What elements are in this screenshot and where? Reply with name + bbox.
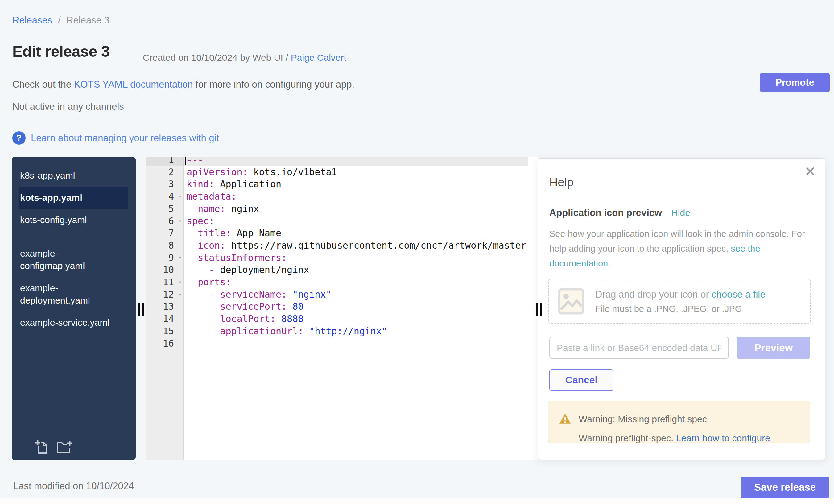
created-author-link[interactable]: Paige Calvert bbox=[291, 52, 346, 63]
docs-hint-suffix: for more info on configuring your app. bbox=[193, 79, 354, 90]
file-label: example-deployment.yaml bbox=[20, 282, 119, 307]
bottom-strip bbox=[0, 498, 834, 504]
page-title: Edit release 3 bbox=[12, 43, 109, 61]
preview-button[interactable]: Preview bbox=[737, 336, 810, 359]
file-tree-divider bbox=[19, 237, 128, 237]
save-release-button[interactable]: Save release bbox=[741, 477, 829, 498]
close-icon[interactable]: ✕ bbox=[805, 165, 816, 178]
code-line-13[interactable]: servicePort: 80 bbox=[183, 301, 304, 313]
fold-arrow-icon[interactable]: ▾ bbox=[178, 194, 182, 199]
code-line-16[interactable] bbox=[183, 337, 186, 350]
created-text: Created on 10/10/2024 by Web UI / bbox=[143, 52, 288, 63]
file-type-rule: File must be a .PNG, .JPEG, or .JPG bbox=[595, 304, 765, 314]
gutter-line-6: 6▾ bbox=[146, 215, 183, 227]
gutter-line-4: 4▾ bbox=[146, 190, 183, 203]
image-placeholder-icon bbox=[558, 288, 584, 314]
fold-arrow-icon[interactable]: ▾ bbox=[178, 292, 182, 297]
sidebar-actions bbox=[35, 440, 73, 454]
code-line-12[interactable]: - serviceName: "nginx" bbox=[183, 288, 332, 301]
docs-hint-prefix: Check out the bbox=[12, 79, 74, 90]
created-line: Created on 10/10/2024 by Web UI / Paige … bbox=[143, 52, 346, 63]
gutter-line-14: 14 bbox=[146, 313, 183, 325]
icon-dropzone[interactable]: Drag and drop your icon or choose a file… bbox=[548, 279, 811, 324]
promote-button[interactable]: Promote bbox=[760, 73, 830, 92]
last-modified-text: Last modified on 10/10/2024 bbox=[13, 481, 134, 492]
icon-preview-title: Application icon preview bbox=[549, 207, 662, 218]
icon-preview-section-header: Application icon preview Hide bbox=[549, 207, 690, 218]
gutter-line-8: 8 bbox=[146, 239, 183, 252]
code-line-10[interactable]: - deployment/nginx bbox=[183, 264, 309, 276]
hide-link[interactable]: Hide bbox=[671, 207, 690, 218]
editor-gutter: 1234▾56▾789▾1011▾12▾13141516 bbox=[146, 157, 183, 460]
fold-arrow-icon[interactable]: ▾ bbox=[178, 280, 182, 285]
file-label: example-service.yaml bbox=[20, 316, 109, 329]
preflight-warning-box: Warning: Missing preflight spec Warning … bbox=[548, 401, 810, 443]
docs-hint-line: Check out the KOTS YAML documentation fo… bbox=[12, 79, 354, 90]
choose-file-link[interactable]: choose a file bbox=[711, 289, 765, 300]
file-label: kots-app.yaml bbox=[20, 192, 82, 204]
cancel-button[interactable]: Cancel bbox=[549, 369, 613, 391]
file-tree-item-k8s-app.yaml[interactable]: k8s-app.yaml bbox=[19, 165, 128, 187]
file-tree-item-kots-app.yaml[interactable]: kots-app.yaml bbox=[19, 187, 128, 209]
help-panel-title: Help bbox=[549, 176, 573, 189]
code-line-6[interactable]: spec: bbox=[183, 215, 214, 227]
file-tree-item-example-deployment.yaml[interactable]: example-deployment.yaml bbox=[19, 277, 128, 311]
code-line-15[interactable]: applicationUrl: "http://nginx" bbox=[183, 325, 387, 337]
fold-arrow-icon[interactable]: ▾ bbox=[178, 218, 182, 224]
gutter-line-1: 1 bbox=[146, 157, 183, 166]
gutter-line-3: 3 bbox=[146, 178, 183, 190]
code-line-14[interactable]: localPort: 8888 bbox=[183, 313, 304, 325]
gutter-line-5: 5 bbox=[146, 203, 183, 215]
dropzone-text: Drag and drop your icon or choose a file… bbox=[595, 289, 765, 314]
gutter-line-7: 7 bbox=[146, 227, 183, 239]
learn-configure-link[interactable]: Learn how to configure bbox=[676, 433, 770, 443]
warning-triangle-icon bbox=[559, 413, 571, 424]
channel-status: Not active in any channels bbox=[12, 101, 124, 112]
code-line-2[interactable]: apiVersion: kots.io/v1beta1 bbox=[183, 166, 337, 178]
git-help-link[interactable]: Learn about managing your releases with … bbox=[31, 133, 219, 144]
gutter-line-10: 10 bbox=[146, 264, 183, 276]
code-line-8[interactable]: icon: https://raw.githubusercontent.com/… bbox=[183, 239, 526, 252]
text-cursor bbox=[185, 157, 186, 165]
gutter-line-2: 2 bbox=[146, 166, 183, 178]
gutter-line-13: 13 bbox=[146, 301, 183, 313]
code-line-3[interactable]: kind: Application bbox=[183, 178, 281, 190]
file-label: k8s-app.yaml bbox=[20, 169, 75, 182]
icon-url-input[interactable] bbox=[549, 336, 729, 359]
help-panel: ✕ Help Application icon preview Hide See… bbox=[537, 158, 825, 460]
code-line-9[interactable]: statusInformers: bbox=[183, 252, 287, 264]
add-folder-icon[interactable] bbox=[57, 440, 73, 454]
gutter-line-11: 11▾ bbox=[146, 276, 183, 288]
git-help-row[interactable]: ? Learn about managing your releases wit… bbox=[12, 131, 219, 145]
gutter-line-12: 12▾ bbox=[146, 288, 183, 301]
file-label: example-configmap.yaml bbox=[20, 247, 119, 272]
help-panel-resize-handle[interactable] bbox=[536, 303, 542, 316]
file-tree-item-example-service.yaml[interactable]: example-service.yaml bbox=[19, 311, 128, 334]
fold-arrow-icon[interactable]: ▾ bbox=[178, 255, 182, 261]
editor-code-area[interactable]: ---apiVersion: kots.io/v1beta1kind: Appl… bbox=[183, 157, 538, 460]
file-label: kots-config.yaml bbox=[20, 214, 87, 226]
code-line-11[interactable]: ports: bbox=[183, 276, 231, 288]
breadcrumb: Releases / Release 3 bbox=[12, 15, 109, 26]
sidebar-resize-handle[interactable] bbox=[138, 303, 144, 316]
file-tree-sidebar: k8s-app.yamlkots-app.yamlkots-config.yam… bbox=[12, 157, 136, 460]
file-tree-item-example-configmap.yaml[interactable]: example-configmap.yaml bbox=[19, 242, 128, 277]
gutter-line-9: 9▾ bbox=[146, 252, 183, 264]
breadcrumb-releases-link[interactable]: Releases bbox=[12, 15, 52, 26]
gutter-line-15: 15 bbox=[146, 325, 183, 337]
sidebar-divider bbox=[19, 436, 128, 436]
kots-yaml-docs-link[interactable]: KOTS YAML documentation bbox=[74, 79, 193, 90]
code-line-4[interactable]: metadata: bbox=[183, 190, 237, 203]
breadcrumb-current: Release 3 bbox=[66, 15, 109, 26]
code-line-7[interactable]: title: App Name bbox=[183, 227, 281, 239]
yaml-editor[interactable]: 1234▾56▾789▾1011▾12▾13141516 ---apiVersi… bbox=[146, 157, 538, 460]
code-line-1[interactable]: --- bbox=[183, 157, 528, 166]
warning-detail-text: Warning preflight-spec. bbox=[578, 433, 676, 443]
add-file-icon[interactable] bbox=[35, 440, 49, 454]
gutter-line-16: 16 bbox=[146, 337, 183, 350]
breadcrumb-separator: / bbox=[58, 15, 61, 26]
code-line-5[interactable]: name: nginx bbox=[183, 203, 259, 215]
file-tree-item-kots-config.yaml[interactable]: kots-config.yaml bbox=[19, 209, 128, 231]
warning-detail: Warning preflight-spec. Learn how to con… bbox=[578, 433, 770, 443]
description-text: See how your application icon will look … bbox=[549, 229, 805, 254]
